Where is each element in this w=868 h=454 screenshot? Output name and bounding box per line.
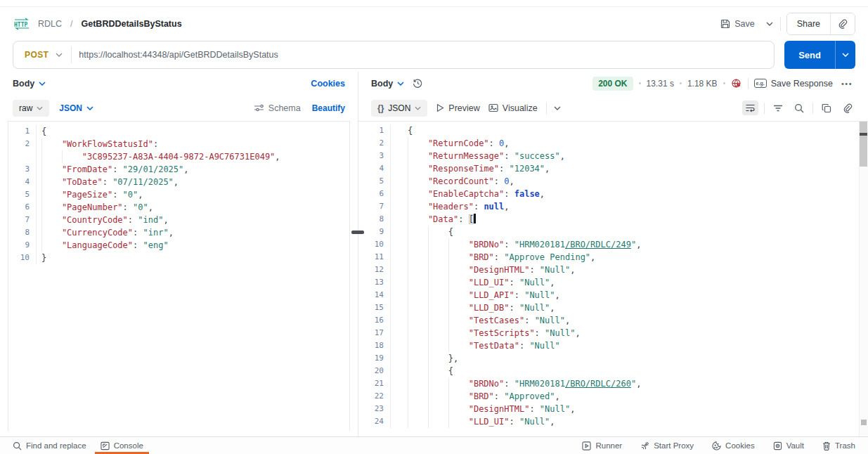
schema-button[interactable]: Schema — [254, 103, 301, 113]
code-line[interactable]: 21"BRDNo": "HRM020181/BRO/RDLC/260", — [358, 377, 868, 390]
response-link-button[interactable] — [840, 100, 855, 116]
response-section-selector[interactable]: Body — [371, 79, 404, 89]
beautify-button[interactable]: Beautify — [312, 103, 345, 113]
trash-button[interactable]: Trash — [817, 437, 861, 454]
code-line[interactable]: 22"BRD": "Approved", — [358, 390, 868, 403]
code-line[interactable]: 14"LLD_API": "Null", — [358, 289, 868, 301]
code-line[interactable]: 2"WorkFlowStatusId": — [8, 138, 349, 150]
view-options-button[interactable] — [551, 103, 564, 113]
response-body-editor[interactable]: 1{2"ReturnCode": 0,3"ReturnMessage": "su… — [358, 121, 868, 436]
code-line[interactable]: 18"TestData": "Null" — [358, 339, 868, 352]
save-button[interactable]: Save — [716, 15, 759, 33]
runner-button[interactable]: Runner — [576, 437, 628, 454]
status-badge[interactable]: 200 OK — [592, 77, 633, 91]
meta-divider — [748, 78, 749, 89]
code-line[interactable]: 23"DesignHTML": "Null", — [358, 403, 868, 415]
preview-label: Preview — [448, 103, 479, 113]
body-language-selector[interactable]: JSON — [59, 103, 93, 113]
code-line[interactable]: 7"CountryCode": "ind", — [8, 214, 349, 226]
code-line[interactable]: 12"DesignHTML": "Null", — [358, 264, 868, 276]
vault-button[interactable]: Vault — [767, 437, 810, 454]
code-line[interactable]: 9{ — [358, 226, 868, 238]
braces-icon: {} — [377, 103, 384, 113]
body-format-selector[interactable]: raw — [13, 100, 49, 117]
filter-button[interactable] — [770, 101, 786, 115]
meta-dot — [639, 82, 641, 84]
wrap-text-button[interactable] — [742, 100, 758, 115]
code-line[interactable]: 3"FromDate": "29/01/2025", — [8, 163, 349, 176]
save-options-button[interactable] — [765, 18, 775, 30]
find-and-replace-button[interactable]: Find and replace — [7, 437, 92, 454]
code-line[interactable]: 5"RecordCount": 0, — [358, 175, 868, 188]
start-proxy-button[interactable]: Start Proxy — [635, 437, 699, 454]
code-line[interactable]: 8"Data": [ — [358, 213, 868, 226]
url-input[interactable] — [72, 50, 774, 60]
code-line[interactable]: 6"PageNumber": "0", — [8, 201, 349, 214]
scrollbar-thumb[interactable] — [860, 122, 867, 167]
copy-link-button[interactable] — [831, 13, 855, 34]
code-line[interactable]: 13"LLD_UI": "Null", — [358, 276, 868, 289]
code-line[interactable]: 17"TestScripts": "Null", — [358, 327, 868, 339]
response-more-options-button[interactable]: ••• — [838, 77, 855, 91]
code-line[interactable]: 15"LLD_DB": "Null", — [358, 301, 868, 314]
paperclip-icon — [843, 103, 853, 113]
request-section-selector[interactable]: Body — [13, 79, 46, 89]
response-size[interactable]: 1.18 KB — [687, 79, 718, 89]
send-options-button[interactable] — [835, 41, 855, 69]
code-line[interactable]: 1{ — [8, 125, 349, 138]
code-content: "LLD_DB": "Null", — [408, 301, 555, 314]
code-line[interactable]: 19}, — [358, 352, 868, 365]
code-line[interactable]: 10} — [8, 252, 349, 264]
code-line[interactable]: 6"EnableCaptcha": false, — [358, 188, 868, 200]
copy-response-button[interactable] — [819, 100, 834, 116]
code-content: "BRD": "Approved", — [408, 390, 560, 403]
code-line[interactable]: 10"BRDNo": "HRM020181/BRO/RDLC/249", — [358, 238, 868, 251]
response-language-selector[interactable]: {} JSON — [371, 100, 427, 117]
save-label: Save — [734, 19, 755, 29]
console-button[interactable]: Console — [95, 437, 149, 454]
request-body-editor[interactable]: 1{2"WorkFlowStatusId":"3C895237-A83A-440… — [8, 121, 350, 431]
code-line[interactable]: 4"ToDate": "07/11/2025", — [8, 176, 349, 188]
line-number: 9 — [358, 226, 391, 238]
visualize-tab[interactable]: Visualize — [488, 103, 538, 113]
code-line[interactable]: "3C895237-A83A-4404-9872-A9C76731E049", — [8, 150, 349, 163]
cookies-button[interactable]: Cookies — [706, 437, 760, 454]
line-number: 21 — [358, 377, 391, 390]
code-content: "LLD_API": "Null", — [408, 289, 560, 301]
share-label: Share — [797, 19, 820, 29]
code-line[interactable]: 7"Headers": null, — [358, 200, 868, 213]
code-line[interactable]: 24"LLD_UI": "Null", — [358, 415, 868, 428]
preview-tab[interactable]: Preview — [436, 103, 479, 113]
request-body-pane: Body Cookies raw JSON — [0, 72, 358, 436]
code-content: "CurrencyCode": "inr", — [41, 226, 174, 239]
method-selector[interactable]: POST — [13, 50, 71, 60]
line-number — [8, 150, 37, 163]
share-button[interactable]: Share — [787, 13, 830, 34]
vault-label: Vault — [786, 441, 804, 450]
search-response-button[interactable] — [791, 100, 807, 116]
code-line[interactable]: 2"ReturnCode": 0, — [358, 137, 868, 150]
response-history-button[interactable] — [410, 75, 426, 91]
code-line[interactable]: 16"TestCases": "Null", — [358, 314, 868, 327]
cookies-link[interactable]: Cookies — [311, 79, 345, 89]
network-warning-icon[interactable] — [731, 78, 742, 89]
breadcrumb-collection[interactable]: RDLC — [38, 19, 62, 29]
code-line[interactable]: 4"ResponseTime": "12034", — [358, 162, 868, 175]
response-time[interactable]: 13.31 s — [647, 79, 674, 89]
response-meta: 200 OK 13.31 s 1.18 KB — [592, 77, 855, 91]
code-line[interactable]: 3"ReturnMessage": "success", — [358, 150, 868, 162]
code-line[interactable]: 9"LanguageCode": "eng" — [8, 239, 349, 252]
url-box: POST — [13, 41, 775, 69]
code-content: "ReturnCode": 0, — [408, 137, 510, 150]
code-line[interactable]: 11"BRD": "Approve Pending", — [358, 251, 868, 264]
http-request-icon: HTTP — [13, 18, 31, 30]
code-line[interactable]: 1{ — [358, 124, 868, 137]
icons-divider — [812, 103, 813, 114]
code-line[interactable]: 8"CurrencyCode": "inr", — [8, 226, 349, 239]
save-response-button[interactable]: e.g. Save Response — [754, 79, 833, 89]
line-number: 2 — [358, 137, 391, 150]
line-number: 1 — [358, 124, 391, 137]
send-button[interactable]: Send — [784, 41, 835, 69]
code-line[interactable]: 20{ — [358, 365, 868, 377]
code-line[interactable]: 5"PageSize": "0", — [8, 188, 349, 201]
